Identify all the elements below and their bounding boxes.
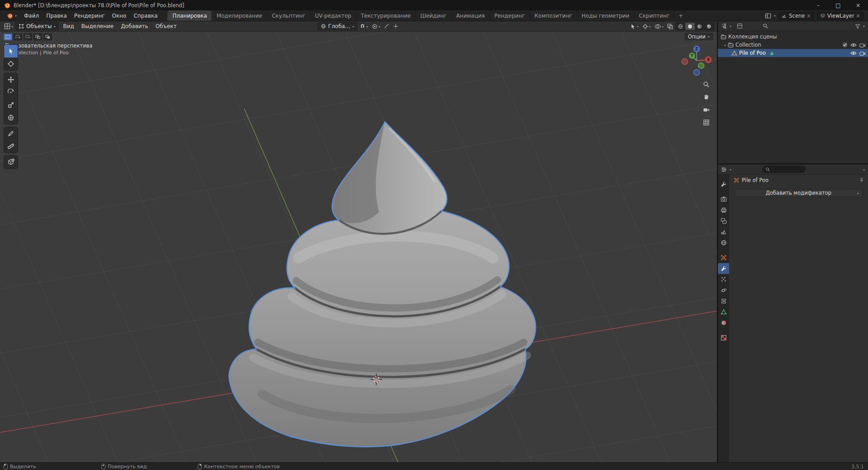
tab-geometry-nodes[interactable]: Ноды геометрии — [577, 10, 634, 21]
mode-dropdown[interactable]: Объекты — [15, 22, 59, 30]
tab-object[interactable] — [718, 252, 729, 263]
editor-type-button[interactable] — [3, 22, 14, 30]
shading-wireframe-button[interactable] — [676, 23, 685, 30]
chevron-down-icon[interactable] — [863, 169, 865, 172]
add-cube-tool[interactable] — [4, 156, 18, 168]
scale-tool[interactable] — [4, 99, 18, 111]
select-mode-subtract-button[interactable] — [24, 34, 32, 40]
tab-output[interactable] — [718, 205, 729, 216]
navigation-gizmo[interactable]: Z X Y — [679, 43, 714, 78]
tab-rendering[interactable]: Рендеринг — [489, 10, 530, 21]
pan-hand-button[interactable] — [701, 91, 711, 102]
measure-tool[interactable] — [4, 140, 18, 153]
select-mode-extend-button[interactable] — [14, 34, 22, 40]
extra-toggle-2[interactable] — [392, 22, 400, 30]
screen-layout-icon[interactable] — [765, 13, 771, 19]
menu-edit[interactable]: Правка — [43, 13, 71, 19]
row-scene-collection[interactable]: Коллекция сцены — [718, 33, 868, 41]
tab-scripting[interactable]: Скриптинг — [634, 10, 674, 21]
zoom-button[interactable] — [701, 79, 711, 90]
tab-particles[interactable] — [718, 274, 729, 285]
tab-tool[interactable] — [718, 179, 729, 190]
maximize-button[interactable]: □ — [828, 0, 848, 10]
editor-outliner-icon[interactable] — [721, 23, 727, 29]
camera-render-icon[interactable] — [859, 43, 865, 48]
disclosure-triangle-icon[interactable] — [724, 45, 726, 47]
menu-window[interactable]: Окно — [109, 13, 130, 19]
camera-view-button[interactable] — [701, 104, 711, 115]
menu-select[interactable]: Выделение — [78, 23, 117, 29]
chevron-down-icon[interactable] — [730, 26, 731, 28]
select-mode-intersect-button[interactable] — [43, 34, 52, 40]
tab-texture[interactable] — [718, 332, 729, 343]
tab-texture-paint[interactable]: Текстурирование — [356, 10, 415, 21]
move-tool[interactable] — [4, 73, 18, 86]
xray-toggle[interactable] — [666, 22, 674, 30]
editor-properties-icon[interactable] — [721, 167, 727, 173]
tab-uv-editing[interactable]: UV-редактор — [310, 10, 356, 21]
add-workspace-button[interactable]: + — [674, 10, 687, 21]
shading-rendered-button[interactable] — [704, 23, 714, 30]
extra-toggle-1[interactable] — [383, 22, 391, 30]
menu-view[interactable]: Вид — [60, 23, 77, 29]
tab-compositing[interactable]: Композитинг — [530, 10, 577, 21]
eye-icon[interactable] — [850, 51, 857, 56]
proportional-editing-toggle[interactable] — [370, 22, 382, 30]
viewport-canvas[interactable]: Опции Пользовательская перспектива (1) C… — [0, 32, 717, 462]
transform-tool[interactable] — [4, 111, 18, 124]
select-mode-set-button[interactable] — [4, 34, 12, 40]
tab-scene[interactable] — [718, 226, 729, 237]
tab-shading[interactable]: Шейдинг — [415, 10, 451, 21]
camera-render-icon[interactable] — [859, 51, 865, 56]
tab-view-layer[interactable] — [718, 216, 729, 226]
filter-icon[interactable] — [855, 24, 860, 29]
select-box-tool[interactable] — [4, 45, 18, 58]
transform-orientation-dropdown[interactable]: Глоба... — [318, 22, 358, 30]
overlays-toggle[interactable] — [653, 22, 665, 30]
select-mode-invert-button[interactable] — [33, 34, 42, 40]
rotate-tool[interactable] — [4, 86, 18, 99]
options-dropdown[interactable]: Опции — [684, 33, 713, 40]
minimize-button[interactable]: – — [808, 0, 828, 10]
menu-render[interactable]: Рендеринг — [71, 13, 109, 19]
cursor-tool[interactable] — [4, 58, 18, 70]
checkbox-icon[interactable] — [842, 42, 848, 48]
close-button[interactable]: × — [848, 0, 868, 10]
blender-menu-button[interactable] — [3, 12, 20, 19]
tab-sculpting[interactable]: Скульптинг — [267, 10, 310, 21]
menu-add[interactable]: Добавить — [118, 23, 151, 29]
tab-constraints[interactable] — [718, 296, 729, 307]
annotate-tool[interactable] — [4, 127, 18, 140]
chevron-down-icon[interactable] — [863, 26, 865, 28]
orthographic-toggle-button[interactable] — [701, 117, 711, 128]
properties-search-field[interactable] — [762, 166, 806, 173]
object-visibility-dropdown[interactable] — [629, 22, 640, 30]
chevron-down-icon[interactable] — [774, 15, 776, 18]
pin-icon[interactable] — [859, 177, 864, 183]
tab-modifiers[interactable] — [718, 263, 729, 274]
menu-help[interactable]: Справка — [130, 13, 161, 19]
menu-file[interactable]: Файл — [20, 13, 43, 19]
breadcrumb-object-name[interactable]: Pile of Poo — [742, 177, 768, 183]
tab-physics[interactable] — [718, 285, 729, 296]
tab-object-data[interactable] — [718, 307, 729, 317]
tab-world[interactable] — [718, 237, 729, 248]
add-modifier-button[interactable]: Добавить модификатор — [735, 189, 863, 197]
scene-selector[interactable]: Scene × — [778, 12, 814, 20]
tab-animation[interactable]: Анимация — [451, 10, 489, 21]
tab-material[interactable] — [718, 317, 729, 328]
eye-icon[interactable] — [850, 43, 857, 48]
gizmos-toggle[interactable] — [641, 22, 652, 30]
display-mode-icon[interactable] — [737, 23, 743, 29]
shading-solid-button[interactable] — [685, 23, 695, 30]
search-icon[interactable] — [763, 23, 768, 29]
tab-render[interactable] — [718, 194, 729, 205]
snap-toggle[interactable] — [358, 22, 370, 30]
chevron-down-icon[interactable] — [730, 169, 731, 172]
viewlayer-selector[interactable]: ViewLayer × — [817, 12, 863, 20]
tab-layout[interactable]: Планировка — [167, 10, 211, 21]
row-collection[interactable]: Collection — [718, 41, 868, 49]
tab-modeling[interactable]: Моделирование — [212, 10, 267, 21]
shading-material-button[interactable] — [695, 23, 704, 30]
menu-object[interactable]: Объект — [152, 23, 180, 29]
